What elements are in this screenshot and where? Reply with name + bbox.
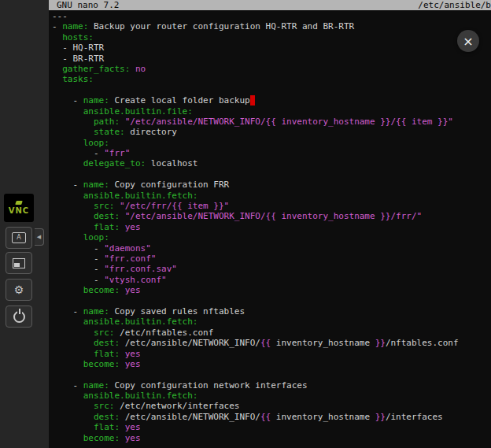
editor-line: - name: Create local folder backup <box>52 95 491 106</box>
editor-line: - "frr.conf.sav" <box>52 264 491 274</box>
fullscreen-button[interactable] <box>6 252 32 274</box>
editor-line: - HQ-RTR <box>52 43 491 53</box>
editor-line: loop: <box>52 232 491 243</box>
editor-line: dest: /etc/ansible/NETWORK_INFO/{{ inven… <box>52 338 491 348</box>
editor-line: delegate_to: localhost <box>52 158 491 168</box>
editor-line: hosts: <box>52 32 491 43</box>
editor[interactable]: ---- name: Backup your router configurat… <box>49 10 491 443</box>
vnc-toolbar: VNC A ⚙ ◀ <box>0 0 49 448</box>
novnc-logo-icon <box>15 201 23 205</box>
editor-line: flat: yes <box>52 349 491 359</box>
editor-line: - name: Copy configuration network inter… <box>52 380 491 391</box>
power-button[interactable] <box>6 305 32 328</box>
editor-line: - "frr.conf" <box>52 254 491 264</box>
nano-version: GNU nano 7.2 <box>57 0 119 10</box>
editor-line: ansible.builtin.file: <box>52 106 491 117</box>
editor-line: ansible.builtin.fetch: <box>52 317 491 327</box>
editor-line: ansible.builtin.fetch: <box>52 191 491 201</box>
editor-line: become: yes <box>52 359 491 369</box>
editor-line: ansible.builtin.fetch: <box>52 391 491 401</box>
editor-line: path: "/etc/ansible/NETWORK_INFO/{{ inve… <box>52 117 491 127</box>
editor-line: flat: yes <box>52 422 491 432</box>
editor-line: - "vtysh.conf" <box>52 275 491 285</box>
editor-line: - BR-RTR <box>52 54 491 64</box>
editor-line: dest: "/etc/ansible/NETWORK_INFO/{{ inve… <box>52 211 491 221</box>
novnc-logo: VNC <box>4 194 34 222</box>
editor-line: state: directory <box>52 127 491 137</box>
novnc-logo-text: VNC <box>9 206 29 215</box>
editor-line <box>52 296 491 306</box>
editor-line: tasks: <box>52 74 491 84</box>
vnc-page: VNC A ⚙ ◀ GNU nano 7.2 /etc/ansible/b --… <box>0 0 491 448</box>
editor-line: become: yes <box>52 285 491 295</box>
editor-line: - name: Backup your router configuration… <box>52 21 491 31</box>
power-icon <box>13 311 25 323</box>
settings-button[interactable]: ⚙ <box>6 279 32 301</box>
editor-line: dest: /etc/ansible/NETWORK_INFO/{{ inven… <box>52 412 491 422</box>
chevron-left-icon: ◀ <box>37 234 41 240</box>
editor-line: src: "/etc/frr/{{ item }}" <box>52 201 491 211</box>
editor-line: gather_facts: no <box>52 64 491 74</box>
editor-line: loop: <box>52 138 491 148</box>
nano-filename: /etc/ansible/b <box>418 0 491 10</box>
editor-line: flat: yes <box>52 222 491 232</box>
keyboard-icon-glyph: A <box>17 235 20 241</box>
nano-titlebar: GNU nano 7.2 /etc/ansible/b <box>49 0 491 10</box>
editor-line <box>52 85 491 95</box>
editor-line <box>52 169 491 180</box>
close-icon: × <box>463 34 473 49</box>
editor-line: --- <box>52 11 491 21</box>
editor-line: - name: Copy saved rules nftables <box>52 306 491 317</box>
editor-line: src: /etc/network/interfaces <box>52 401 491 411</box>
editor-line <box>52 369 491 380</box>
terminal-window[interactable]: GNU nano 7.2 /etc/ansible/b ---- name: B… <box>49 0 491 448</box>
close-button[interactable]: × <box>457 30 479 52</box>
fullscreen-icon <box>13 258 25 268</box>
editor-line: - name: Copy configuration FRR <box>52 180 491 190</box>
toolbar-collapse-handle[interactable]: ◀ <box>35 228 44 246</box>
keyboard-icon: A <box>12 232 26 243</box>
gear-icon: ⚙ <box>14 284 24 295</box>
editor-line: - "daemons" <box>52 243 491 254</box>
keyboard-button[interactable]: A <box>6 227 32 249</box>
editor-line: - "frr" <box>52 148 491 158</box>
editor-line: src: /etc/nftables.conf <box>52 328 491 338</box>
editor-line: become: yes <box>52 433 491 443</box>
